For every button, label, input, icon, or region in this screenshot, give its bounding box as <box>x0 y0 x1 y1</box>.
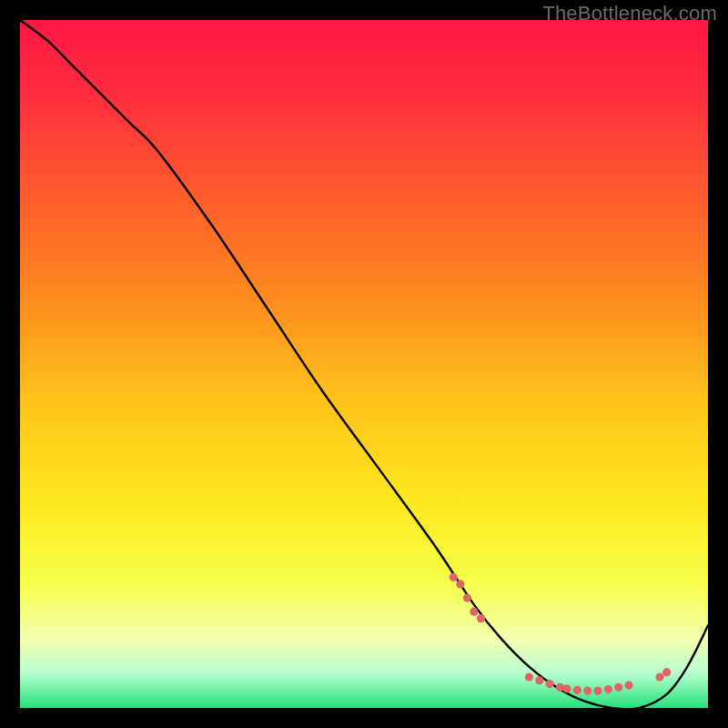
chart-frame: TheBottleneck.com <box>0 0 728 728</box>
marker-dot <box>477 614 485 622</box>
marker-dot <box>593 687 602 695</box>
marker-dot <box>573 686 581 694</box>
marker-dot <box>525 672 533 681</box>
marker-dot <box>546 680 554 688</box>
marker-dot <box>562 684 571 693</box>
plot-svg <box>20 20 708 708</box>
marker-dot <box>535 676 543 684</box>
marker-dot <box>655 672 663 681</box>
marker-dot <box>624 681 632 689</box>
plot-area <box>20 20 708 708</box>
marker-dot <box>614 683 622 692</box>
marker-dot <box>470 608 478 616</box>
marker-dot <box>604 685 612 693</box>
marker-dot <box>456 580 464 588</box>
marker-dot <box>450 573 458 581</box>
marker-dot <box>463 593 471 602</box>
marker-dot <box>662 668 671 676</box>
marker-dot <box>583 687 592 695</box>
gradient-background <box>20 20 708 708</box>
